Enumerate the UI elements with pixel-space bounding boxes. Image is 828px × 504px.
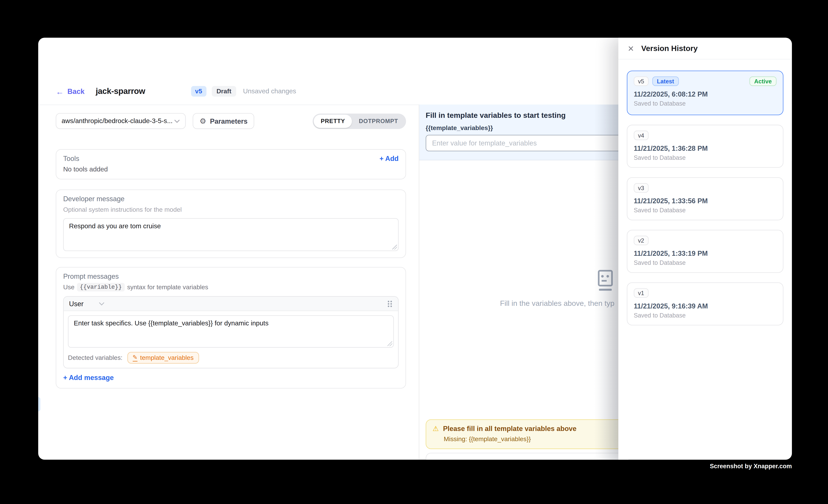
version-badge: v5 — [191, 86, 206, 96]
version-card-badges: v5LatestActive — [634, 76, 777, 86]
unsaved-changes-text: Unsaved changes — [243, 87, 296, 95]
watermark-text: Screenshot by Xnapper.com — [710, 463, 792, 469]
version-timestamp: 11/21/2025, 1:36:28 PM — [634, 144, 777, 152]
message-body: Enter task specifics. Use {{template_var… — [64, 311, 398, 368]
model-toolbar: aws/anthropic/bedrock-claude-3-5-s... ⚙ … — [56, 113, 406, 129]
gear-icon: ⚙ — [200, 117, 206, 125]
page-title: jack-sparrow — [95, 87, 145, 96]
parameters-button[interactable]: ⚙ Parameters — [193, 113, 254, 129]
version-number-badge: v2 — [634, 236, 649, 245]
version-timestamp: 11/21/2025, 1:33:56 PM — [634, 197, 777, 205]
version-timestamp: 11/21/2025, 1:33:19 PM — [634, 250, 777, 257]
developer-message-hint: Optional system instructions for the mod… — [63, 206, 399, 213]
detected-variables-label: Detected variables: — [68, 354, 123, 361]
version-timestamp: 11/21/2025, 9:16:39 AM — [634, 302, 777, 310]
back-arrow-icon: ← — [56, 87, 64, 95]
version-number-badge: v4 — [634, 131, 649, 140]
parameters-label: Parameters — [210, 117, 248, 125]
active-badge: Active — [749, 76, 777, 86]
message-role-select[interactable]: User — [69, 300, 105, 307]
version-status: Saved to Database — [634, 100, 777, 107]
warning-detail: Missing: {{template_variables}} — [444, 435, 622, 443]
detected-variables-row: Detected variables: ✎ template_variables — [68, 352, 394, 364]
variable-syntax-chip: {{variable}} — [77, 283, 125, 291]
pencil-icon: ✎ — [132, 354, 137, 361]
prompt-messages-hint: Use {{variable}} syntax for template var… — [63, 283, 399, 291]
warning-icon: ⚠ — [432, 425, 439, 432]
prompt-messages-label: Prompt messages — [63, 272, 399, 280]
draft-status-badge: Draft — [212, 86, 236, 96]
tools-card: Tools + Add No tools added — [56, 149, 406, 179]
version-status: Saved to Database — [634, 312, 777, 319]
hint-suffix: syntax for template variables — [127, 284, 208, 291]
back-label: Back — [67, 87, 84, 95]
app-window: ← Back jack-sparrow v5 Draft Unsaved cha… — [38, 38, 792, 460]
version-history-panel: × Version History v5LatestActive11/22/20… — [618, 38, 792, 460]
empty-state-text: Fill in the variables above, then typ — [500, 299, 614, 307]
prompt-messages-card: Prompt messages Use {{variable}} syntax … — [56, 267, 406, 389]
version-card[interactable]: v5LatestActive11/22/2025, 6:08:12 PMSave… — [627, 71, 783, 115]
version-card-badges: v1 — [634, 288, 777, 298]
message-role-value: User — [69, 300, 84, 307]
version-number-badge: v1 — [634, 288, 649, 298]
latest-badge: Latest — [652, 76, 679, 86]
developer-message-textarea[interactable]: Respond as you are tom cruise — [63, 218, 399, 251]
tools-empty-text: No tools added — [63, 166, 399, 173]
back-button[interactable]: ← Back — [56, 87, 84, 95]
developer-message-label: Developer message — [63, 195, 399, 203]
message-block: User Enter task specifics. Use {{templat… — [63, 296, 399, 369]
robot-face-icon — [594, 268, 616, 295]
toggle-option-dotprompt[interactable]: DOTPROMPT — [352, 115, 405, 128]
add-tool-button[interactable]: + Add — [380, 155, 399, 162]
tools-label: Tools — [63, 155, 79, 162]
version-history-header: × Version History — [618, 38, 792, 59]
version-card-badges: v4 — [634, 131, 777, 140]
version-card[interactable]: v211/21/2025, 1:33:19 PMSaved to Databas… — [627, 230, 783, 273]
message-header: User — [64, 297, 398, 311]
version-list: v5LatestActive11/22/2025, 6:08:12 PMSave… — [618, 59, 792, 325]
warning-title: Please fill in all template variables ab… — [443, 425, 576, 432]
version-number-badge: v3 — [634, 183, 649, 193]
detected-variable-name: template_variables — [140, 354, 194, 361]
version-number-badge: v5 — [634, 76, 649, 86]
model-select-value: aws/anthropic/bedrock-claude-3-5-s... — [61, 117, 173, 125]
drag-handle-icon[interactable] — [387, 300, 393, 307]
version-card-badges: v3 — [634, 183, 777, 193]
version-status: Saved to Database — [634, 207, 777, 213]
version-card[interactable]: v111/21/2025, 9:16:39 AMSaved to Databas… — [627, 283, 783, 325]
add-message-button[interactable]: + Add message — [63, 374, 399, 382]
template-variable-input[interactable] — [426, 135, 628, 151]
detected-variable-chip[interactable]: ✎ template_variables — [127, 352, 199, 364]
message-textarea[interactable]: Enter task specifics. Use {{template_var… — [68, 315, 394, 348]
version-status: Saved to Database — [634, 259, 777, 266]
editor-column: aws/anthropic/bedrock-claude-3-5-s... ⚙ … — [56, 104, 406, 389]
close-icon[interactable]: × — [628, 43, 634, 53]
template-warning: ⚠ Please fill in all template variables … — [426, 419, 628, 449]
version-card-badges: v2 — [634, 236, 777, 245]
chevron-down-icon — [174, 119, 180, 123]
version-card[interactable]: v411/21/2025, 1:36:28 PMSaved to Databas… — [627, 125, 783, 168]
version-card[interactable]: v311/21/2025, 1:33:56 PMSaved to Databas… — [627, 177, 783, 220]
developer-message-card: Developer message Optional system instru… — [56, 190, 406, 258]
chevron-down-icon — [99, 302, 105, 305]
chat-input-stub[interactable] — [426, 453, 628, 460]
version-timestamp: 11/22/2025, 6:08:12 PM — [634, 90, 777, 98]
hint-prefix: Use — [63, 284, 75, 291]
version-history-title: Version History — [641, 44, 698, 52]
model-select[interactable]: aws/anthropic/bedrock-claude-3-5-s... — [56, 113, 186, 129]
format-toggle: PRETTY DOTPROMPT — [313, 113, 406, 129]
screen: ← Back jack-sparrow v5 Draft Unsaved cha… — [0, 0, 828, 504]
app-header: ← Back jack-sparrow v5 Draft Unsaved cha… — [56, 85, 296, 98]
version-status: Saved to Database — [634, 155, 777, 161]
edge-accent — [38, 397, 40, 411]
toggle-option-pretty[interactable]: PRETTY — [314, 115, 352, 128]
